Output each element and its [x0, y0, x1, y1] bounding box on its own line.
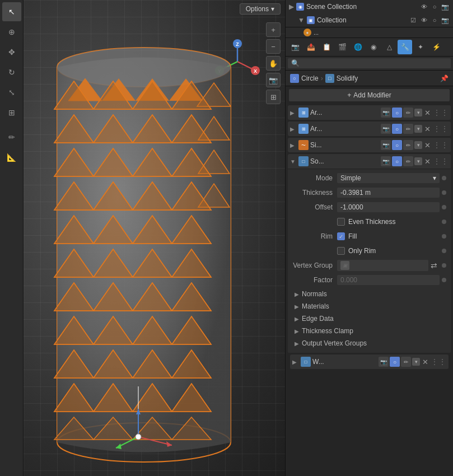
options-label: Options — [246, 5, 269, 13]
mod2-edit-btn[interactable]: ✏ — [403, 124, 413, 134]
mod2-menu-btn[interactable]: ⋮⋮ — [433, 124, 449, 133]
collection-expand[interactable]: ▼ — [298, 16, 305, 24]
mod3-remove-btn[interactable]: ✕ — [423, 141, 432, 150]
mod3-render-btn[interactable]: 📷 — [381, 140, 391, 150]
tab-particles[interactable]: ✦ — [413, 40, 428, 54]
rotate-tool[interactable]: ↻ — [2, 63, 21, 82]
tab-render[interactable]: 📷 — [288, 40, 302, 54]
bottom-mod-remove-btn[interactable]: ✕ — [421, 358, 429, 366]
mod3-name: Si... — [310, 141, 379, 149]
tab-output[interactable]: 📤 — [303, 40, 318, 54]
mod4-icon: □ — [298, 156, 309, 166]
vertex-group-swap[interactable]: ⇄ — [428, 260, 440, 271]
scene-collection-icon: ◉ — [296, 3, 304, 11]
edge-data-section[interactable]: ▶ Edge Data — [292, 312, 446, 325]
thickness-value[interactable]: -0.3981 m — [337, 188, 440, 198]
bottom-mod-edit-btn[interactable]: ✏ — [401, 357, 411, 367]
modifier-header-1[interactable]: ▶ ⊞ Ar... 📷 ○ ✏ ▾ ✕ ⋮⋮ — [288, 105, 451, 120]
move-tool[interactable]: ✥ — [2, 43, 21, 62]
tab-object[interactable]: ◉ — [366, 40, 381, 54]
mod1-edit-btn[interactable]: ✏ — [403, 108, 413, 118]
bottom-mod-render-btn[interactable]: 📷 — [379, 357, 389, 367]
scene-visibility-icon[interactable]: 👁 — [419, 2, 428, 11]
mod1-menu-btn[interactable]: ⋮⋮ — [433, 108, 449, 117]
mod2-icon: ⊞ — [298, 124, 309, 134]
mod3-settings-btn[interactable]: ▾ — [414, 141, 422, 149]
vertex-group-input[interactable]: ▣ — [337, 260, 428, 271]
even-thickness-checkbox[interactable] — [337, 218, 345, 226]
factor-value-text: 0.000 — [340, 276, 357, 284]
3d-viewport[interactable]: Options ▾ Z X Y — [24, 0, 285, 476]
tab-world[interactable]: 🌐 — [351, 40, 365, 54]
collection-visibility-icon[interactable]: 👁 — [419, 16, 428, 25]
mod1-settings-btn[interactable]: ▾ — [414, 109, 422, 116]
mod3-viewport-btn[interactable]: ○ — [392, 140, 402, 150]
modifier-header-4[interactable]: ▼ □ So... 📷 ○ ✏ ▾ ✕ ⋮⋮ — [288, 154, 451, 169]
options-button[interactable]: Options ▾ — [240, 3, 281, 15]
modifier-header-3[interactable]: ▶ 〜 Si... 📷 ○ ✏ ▾ ✕ ⋮⋮ — [288, 138, 451, 152]
bottom-mod-menu-btn[interactable]: ⋮⋮ — [431, 357, 446, 366]
mod3-menu-btn[interactable]: ⋮⋮ — [433, 141, 449, 150]
mod3-edit-btn[interactable]: ✏ — [403, 140, 413, 150]
thickness-clamp-label: Thickness Clamp — [302, 327, 353, 335]
scene-render-icon[interactable]: 📷 — [441, 2, 450, 11]
mod2-settings-btn[interactable]: ▾ — [414, 125, 422, 133]
mod4-edit-btn[interactable]: ✏ — [403, 156, 413, 166]
edge-data-arrow-icon: ▶ — [295, 316, 299, 322]
tab-scene[interactable]: 🎬 — [335, 40, 349, 54]
mod4-settings-btn[interactable]: ▾ — [414, 157, 422, 165]
collection-checkbox[interactable]: ☑ — [409, 16, 418, 25]
transform-tool[interactable]: ⊞ — [2, 103, 21, 122]
scene-collection-expand[interactable]: ▶ — [289, 3, 294, 11]
collection-viewport-icon[interactable]: ○ — [430, 16, 439, 25]
scene-viewport-icon[interactable]: ○ — [430, 2, 439, 11]
add-modifier-button[interactable]: + Add Modifier — [289, 89, 450, 101]
output-vertex-groups-section[interactable]: ▶ Output Vertex Groups — [292, 337, 446, 349]
mod4-viewport-btn[interactable]: ○ — [392, 156, 402, 166]
cursor-tool[interactable]: ⊕ — [2, 22, 21, 41]
scale-tool[interactable]: ⤡ — [2, 83, 21, 102]
cylinder-mesh — [40, 17, 275, 465]
normals-section[interactable]: ▶ Normals — [292, 288, 446, 300]
mod2-render-btn[interactable]: 📷 — [381, 124, 391, 134]
mod1-remove-btn[interactable]: ✕ — [423, 109, 432, 117]
viewport-canvas[interactable]: Options ▾ Z X Y — [24, 0, 285, 476]
search-input[interactable] — [288, 58, 451, 68]
object-icon: ● — [303, 29, 311, 36]
collection-render-icon[interactable]: 📷 — [441, 16, 450, 25]
mod4-remove-btn[interactable]: ✕ — [423, 157, 432, 166]
mode-dropdown[interactable]: Simple ▾ — [337, 173, 440, 183]
bottom-mod-settings-btn[interactable]: ▾ — [412, 358, 420, 366]
tab-view-layer[interactable]: 📋 — [319, 40, 334, 54]
materials-section[interactable]: ▶ Materials — [292, 300, 446, 312]
thickness-clamp-section[interactable]: ▶ Thickness Clamp — [292, 325, 446, 337]
mod4-render-btn[interactable]: 📷 — [381, 156, 391, 166]
modifier-header-2[interactable]: ▶ ⊞ Ar... 📷 ○ ✏ ▾ ✕ ⋮⋮ — [288, 122, 451, 136]
tab-mesh[interactable]: △ — [382, 40, 396, 54]
rim-label: Rim — [292, 232, 337, 240]
mod1-viewport-btn[interactable]: ○ — [392, 108, 402, 118]
mod4-menu-btn[interactable]: ⋮⋮ — [433, 157, 449, 166]
bottom-mod-controls: 📷 ○ ✏ ▾ ✕ ⋮⋮ — [379, 357, 446, 367]
only-rim-dot — [442, 249, 446, 253]
mod4-name: So... — [310, 157, 379, 165]
tab-physics[interactable]: ⚡ — [429, 40, 443, 54]
only-rim-checkbox[interactable] — [337, 247, 345, 255]
measure-tool[interactable]: 📐 — [2, 148, 21, 167]
materials-label: Materials — [302, 302, 329, 310]
modifier-row-2: ▶ ⊞ Ar... 📷 ○ ✏ ▾ ✕ ⋮⋮ — [288, 122, 451, 136]
pin-button[interactable]: 📌 — [440, 74, 449, 83]
bottom-modifier-header[interactable]: ▶ □ W... 📷 ○ ✏ ▾ ✕ ⋮⋮ — [290, 354, 449, 369]
mod1-render-btn[interactable]: 📷 — [381, 108, 391, 118]
only-rim-label: Only Rim — [348, 247, 376, 255]
breadcrumb-modifier-name: Solidify — [337, 74, 358, 82]
fill-checkbox[interactable]: ✓ — [337, 232, 345, 240]
mod2-viewport-btn[interactable]: ○ — [392, 124, 402, 134]
tab-modifier[interactable]: 🔧 — [398, 40, 412, 54]
bottom-mod-viewport-btn[interactable]: ○ — [390, 357, 400, 367]
annotate-tool[interactable]: ✏ — [2, 128, 21, 147]
offset-value[interactable]: -1.0000 — [337, 202, 440, 212]
select-tool[interactable]: ↖ — [2, 2, 21, 21]
factor-value[interactable]: 0.000 — [337, 275, 440, 285]
mod2-remove-btn[interactable]: ✕ — [423, 125, 432, 133]
